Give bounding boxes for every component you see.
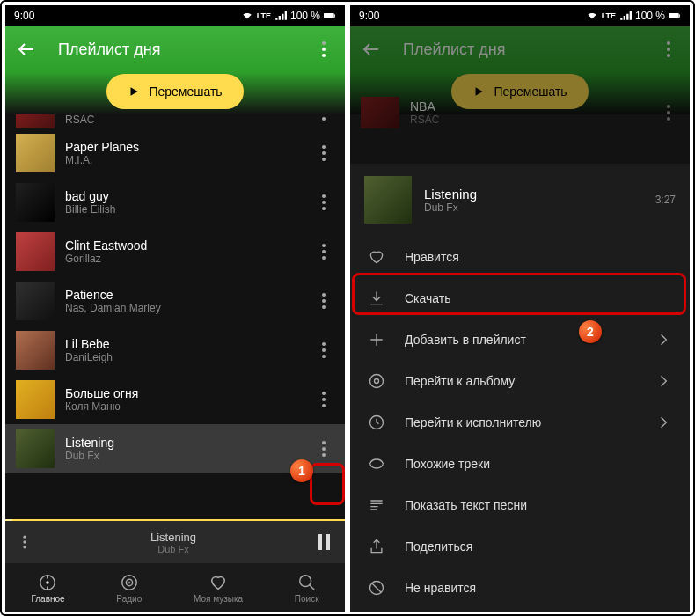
header-menu-icon[interactable] [313, 39, 334, 60]
svg-point-48 [370, 374, 384, 387]
svg-point-47 [667, 117, 670, 121]
track-menu-button[interactable] [313, 438, 334, 459]
track-title: NBA [410, 99, 647, 114]
play-icon [128, 85, 140, 98]
sheet-title: Listening [424, 187, 643, 202]
svg-point-9 [322, 151, 326, 155]
track-row[interactable]: Больше огняКоля Маню [5, 375, 345, 424]
battery-percent: 100 % [635, 10, 665, 22]
mini-info: Listening Dub Fx [44, 531, 303, 554]
track-menu-button[interactable] [313, 389, 334, 410]
svg-point-26 [322, 441, 326, 444]
svg-rect-0 [324, 13, 334, 18]
back-icon[interactable] [16, 39, 37, 60]
track-artist: RSAC [410, 114, 647, 126]
menu-like[interactable]: Нравится [350, 236, 690, 277]
mini-player[interactable]: Listening Dub Fx [5, 519, 345, 563]
menu-share[interactable]: Поделиться [350, 525, 690, 567]
mini-menu-icon[interactable] [16, 533, 33, 551]
dots-icon [313, 114, 334, 123]
menu-go-album[interactable]: Перейти к альбому [350, 360, 690, 401]
track-menu-button[interactable] [313, 290, 334, 312]
nav-radio-label: Радио [116, 594, 142, 604]
album-art [16, 114, 55, 128]
menu-lyrics[interactable]: Показать текст песни [350, 484, 690, 525]
svg-point-42 [667, 41, 670, 45]
menu-label: Не нравится [405, 581, 476, 595]
menu-add-to-playlist[interactable]: Добавить в плейлист [350, 319, 690, 360]
menu-go-artist[interactable]: Перейти к исполнителю [350, 401, 690, 443]
home-icon [38, 573, 57, 592]
heart-icon [208, 573, 228, 592]
track-menu-button[interactable] [313, 143, 334, 164]
svg-point-38 [128, 581, 130, 583]
track-artist: DaniLeigh [65, 351, 303, 363]
track-menu-button[interactable] [313, 192, 334, 213]
signal-icon [274, 10, 287, 22]
svg-point-45 [667, 105, 670, 108]
album-art [16, 331, 55, 370]
track-row[interactable]: Clint EastwoodGorillaz [5, 227, 345, 276]
track-row-selected[interactable]: ListeningDub Fx [5, 424, 345, 473]
track-title: Listening [65, 436, 303, 450]
menu-label: Перейти к альбому [405, 374, 515, 388]
mini-title: Listening [44, 531, 303, 544]
nav-home[interactable]: Главное [31, 573, 64, 604]
track-row[interactable]: PatienceNas, Damian Marley [5, 276, 345, 326]
track-row[interactable]: Lil BebeDaniLeigh [5, 326, 345, 375]
nav-music[interactable]: Моя музыка [194, 573, 243, 604]
album-art [16, 134, 55, 172]
svg-point-17 [322, 293, 326, 297]
track-artist: Nas, Damian Marley [65, 302, 303, 314]
track-row[interactable]: NBA RSAC [5, 114, 345, 128]
svg-point-4 [322, 54, 326, 57]
header-menu-icon[interactable] [658, 39, 679, 60]
menu-dislike[interactable]: Не нравится [350, 567, 690, 608]
svg-point-44 [667, 54, 670, 57]
menu-similar[interactable]: Похожие треки [350, 443, 690, 484]
shuffle-button[interactable]: Перемешать [106, 74, 243, 109]
status-icons: LTE 100 % [586, 10, 681, 22]
lte-label: LTE [257, 11, 271, 20]
track-title: Больше огня [65, 386, 303, 400]
battery-icon [669, 10, 681, 22]
track-list[interactable]: NBA RSAC Paper PlanesM.I.A. bad guyBilli… [5, 114, 345, 519]
nav-search[interactable]: Поиск [295, 573, 319, 604]
status-icons: LTE 100 % [241, 10, 336, 22]
lyrics-icon [368, 496, 385, 514]
track-row[interactable]: Paper PlanesM.I.A. [5, 128, 345, 178]
svg-point-43 [667, 48, 670, 51]
dots-icon [313, 340, 334, 361]
block-icon [368, 579, 385, 597]
track-menu-button[interactable] [313, 241, 334, 262]
menu-label: Поделиться [405, 539, 472, 554]
svg-point-20 [322, 342, 326, 346]
dots-icon [313, 438, 334, 459]
bottom-nav: Главное Радио Моя музыка Поиск [5, 563, 345, 612]
status-bar: 9:00 LTE 100 % [350, 5, 690, 26]
pause-icon[interactable] [313, 532, 334, 553]
svg-point-14 [322, 244, 326, 247]
battery-icon [324, 10, 336, 22]
track-menu-button[interactable] [313, 340, 334, 361]
svg-point-49 [375, 378, 379, 383]
status-bar: 9:00 LTE 100 % [5, 5, 345, 26]
heart-icon [368, 248, 385, 266]
svg-point-2 [322, 41, 326, 45]
svg-point-23 [322, 392, 326, 395]
svg-point-8 [322, 145, 326, 149]
phone-right: 9:00 LTE 100 % Плейлист дня Перемешать N… [350, 5, 690, 612]
menu-download[interactable]: Скачать [350, 277, 690, 319]
track-row[interactable]: bad guyBillie Eilish [5, 178, 345, 227]
sheet-header: Listening Dub Fx 3:27 [350, 164, 690, 236]
similar-icon [368, 455, 385, 473]
svg-point-25 [322, 404, 326, 407]
svg-point-15 [322, 250, 326, 253]
menu-label: Нравится [405, 250, 459, 264]
track-row: NBARSAC [350, 97, 690, 128]
svg-point-10 [322, 158, 326, 161]
context-sheet: Listening Dub Fx 3:27 Нравится Скачать Д… [350, 164, 690, 612]
back-icon[interactable] [361, 39, 382, 60]
track-menu-button[interactable] [313, 114, 334, 123]
nav-radio[interactable]: Радио [116, 573, 142, 604]
